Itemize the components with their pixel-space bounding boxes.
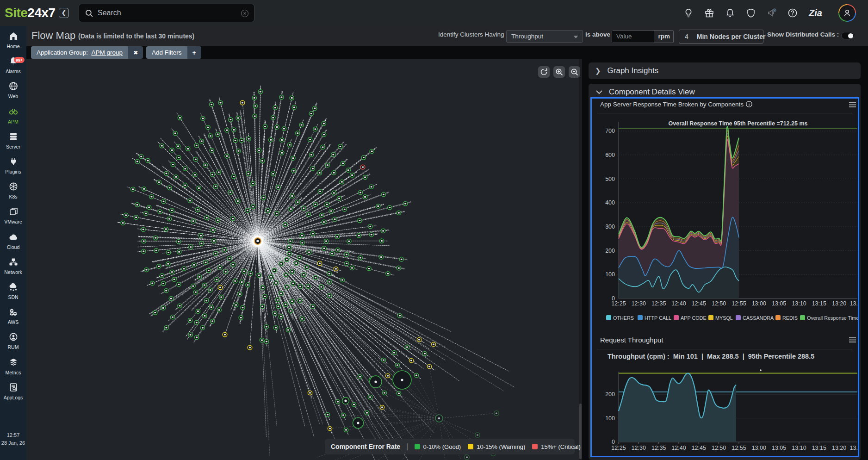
svg-text:100: 100: [605, 271, 615, 278]
svg-text:13:20: 13:20: [832, 445, 846, 451]
svg-text:12:45: 12:45: [692, 300, 706, 307]
svg-text:12:50: 12:50: [712, 445, 726, 451]
svg-text:13:20: 13:20: [832, 300, 846, 307]
svg-text:0: 0: [612, 439, 615, 445]
svg-text:13:00: 13:00: [752, 300, 766, 307]
svg-text:13..: 13..: [850, 300, 858, 307]
svg-text:200: 200: [605, 248, 615, 254]
svg-text:12:55: 12:55: [732, 300, 746, 307]
svg-text:OTHERS: OTHERS: [613, 315, 634, 321]
svg-text:12:55: 12:55: [732, 445, 746, 451]
svg-text:Request Throughput: Request Throughput: [600, 336, 663, 344]
svg-text:13:05: 13:05: [772, 445, 786, 451]
svg-text:12:35: 12:35: [651, 300, 666, 307]
svg-text:MYSQL: MYSQL: [715, 315, 733, 321]
svg-text:HTTP CALL: HTTP CALL: [645, 315, 671, 321]
svg-text:REDIS: REDIS: [782, 315, 798, 321]
svg-text:13..: 13..: [850, 445, 858, 451]
svg-text:12:50: 12:50: [712, 300, 726, 307]
svg-text:13:15: 13:15: [812, 300, 826, 307]
svg-text:Overall Response Time: Overall Response Time: [807, 315, 858, 321]
svg-text:App Server Response Time Broke: App Server Response Time Broken by Compo…: [600, 101, 744, 108]
svg-text:CASSANDRA: CASSANDRA: [743, 315, 774, 321]
svg-text:12:40: 12:40: [671, 445, 686, 451]
svg-text:200: 200: [605, 391, 615, 398]
svg-text:13:10: 13:10: [792, 445, 806, 451]
svg-text:Throughput (cpm) : Min 101 |: Throughput (cpm) : Min 101 | Max 288.5 |…: [608, 353, 814, 360]
svg-text:13:05: 13:05: [772, 300, 786, 307]
svg-text:13:00: 13:00: [752, 445, 766, 451]
svg-text:100: 100: [605, 415, 615, 422]
svg-text:13:15: 13:15: [812, 445, 826, 451]
svg-text:12:25: 12:25: [611, 445, 626, 451]
svg-text:12:35: 12:35: [651, 445, 666, 451]
svg-text:12:30: 12:30: [632, 300, 646, 307]
svg-text:12:45: 12:45: [692, 445, 706, 451]
svg-text:APP CODE: APP CODE: [681, 315, 707, 321]
svg-text:12:40: 12:40: [671, 300, 686, 307]
svg-text:700: 700: [605, 128, 615, 134]
svg-text:600: 600: [605, 152, 615, 158]
svg-text:300: 300: [605, 224, 615, 230]
svg-text:Overall Response Time 95th Per: Overall Response Time 95th Percentile =7…: [669, 120, 808, 127]
svg-text:12:25: 12:25: [611, 300, 626, 307]
svg-text:500: 500: [605, 176, 615, 182]
svg-text:400: 400: [605, 199, 615, 206]
svg-text:13:10: 13:10: [792, 300, 806, 307]
svg-text:12:30: 12:30: [632, 445, 646, 451]
